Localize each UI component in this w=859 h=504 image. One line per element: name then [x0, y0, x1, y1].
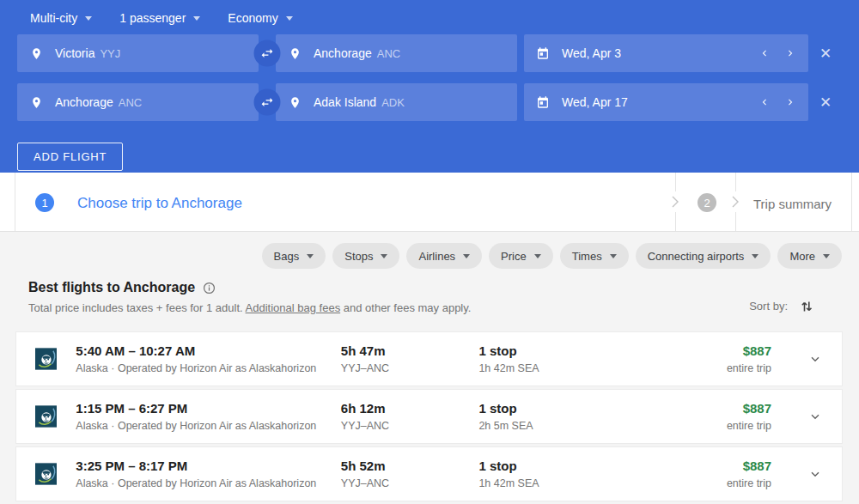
results-title-row: Best flights to Anchorage: [28, 280, 831, 295]
alaska-airlines-logo: [35, 463, 57, 485]
step-separator-chevron-icon: [731, 191, 740, 212]
filter-bags[interactable]: Bags: [262, 243, 326, 269]
origin-city: Anchorage: [55, 95, 113, 109]
expand-chevron-icon[interactable]: [808, 467, 822, 481]
filter-label: Stops: [344, 250, 373, 263]
step-1-circle: 1: [35, 193, 54, 212]
date-field-1[interactable]: Wed, Apr 3: [524, 34, 808, 72]
divider: [15, 173, 15, 231]
flight-leg-rows: Victoria YYJ Anchorage ANC Wed, Apr 3: [17, 34, 859, 121]
divider: [851, 173, 852, 231]
flight-result-row[interactable]: 1:15 PM – 6:27 PM Alaska · Operated by H…: [15, 389, 843, 444]
swap-airports-button[interactable]: [254, 40, 281, 67]
flight-times: 5:40 AM – 10:27 AM: [76, 343, 341, 358]
dropdown-arrow-icon: [193, 16, 200, 21]
flight-times: 3:25 PM – 8:17 PM: [76, 458, 341, 473]
origin-city: Victoria: [55, 46, 94, 60]
date-value: Wed, Apr 17: [562, 95, 628, 109]
filter-connecting-airports[interactable]: Connecting airports: [636, 243, 771, 269]
times-column: 3:25 PM – 8:17 PM Alaska · Operated by H…: [76, 458, 341, 489]
next-date-button[interactable]: [784, 47, 796, 59]
flight-leg-row-2: Anchorage ANC Adak Island ADK Wed, Apr: [17, 83, 859, 121]
flight-stops: 1 stop: [478, 343, 671, 358]
dropdown-arrow-icon: [534, 254, 541, 258]
filter-stops[interactable]: Stops: [332, 243, 399, 269]
sort-icon[interactable]: [800, 299, 813, 313]
results-section: Bags Stops Airlines Price Times Connecti…: [0, 232, 859, 504]
flight-airline: Alaska · Operated by Horizon Air as Alas…: [76, 477, 341, 489]
add-flight-button[interactable]: ADD FLIGHT: [17, 143, 123, 171]
swap-gap: [259, 34, 276, 72]
location-pin-icon: [30, 96, 43, 109]
date-value: Wed, Apr 3: [562, 46, 621, 60]
search-header: Multi-city 1 passenger Economy Victoria …: [0, 0, 859, 173]
expand-chevron-icon[interactable]: [808, 410, 822, 423]
dropdown-arrow-icon: [752, 254, 758, 258]
dropdown-arrow-icon: [85, 16, 92, 21]
stops-column: 1 stop 1h 42m SEA: [478, 343, 671, 374]
remove-flight-button[interactable]: ✕: [808, 94, 843, 112]
flight-price: $887: [671, 458, 771, 473]
origin-code: YYJ: [100, 47, 120, 60]
origin-field-1[interactable]: Victoria YYJ: [17, 34, 259, 72]
dropdown-arrow-icon: [823, 254, 830, 258]
swap-gap: [259, 83, 276, 121]
passengers-value: 1 passenger: [119, 11, 186, 25]
flight-route: YYJ–ANC: [341, 477, 479, 489]
dropdown-arrow-icon: [463, 254, 470, 258]
filter-more[interactable]: More: [777, 243, 842, 269]
filter-label: Price: [501, 250, 527, 263]
date-nav: [758, 96, 796, 108]
price-column: $887 entire trip: [671, 458, 771, 489]
results-title: Best flights to Anchorage: [28, 280, 195, 295]
filter-label: Bags: [274, 250, 300, 263]
prev-date-button[interactable]: [758, 96, 771, 108]
flight-result-row[interactable]: 3:25 PM – 8:17 PM Alaska · Operated by H…: [15, 446, 843, 501]
flight-duration: 5h 47m: [341, 343, 479, 358]
flight-results-list: 5:40 AM – 10:27 AM Alaska · Operated by …: [15, 331, 843, 501]
flight-stops: 1 stop: [478, 458, 671, 473]
stops-column: 1 stop 1h 42m SEA: [478, 458, 671, 489]
prev-date-button[interactable]: [758, 47, 771, 59]
step-2-label: Trip summary: [753, 197, 832, 211]
times-column: 1:15 PM – 6:27 PM Alaska · Operated by H…: [76, 401, 341, 432]
trip-type-dropdown[interactable]: Multi-city: [30, 11, 92, 25]
filter-label: More: [789, 250, 815, 263]
info-icon[interactable]: [203, 282, 216, 295]
price-column: $887 entire trip: [671, 343, 771, 374]
flight-result-row[interactable]: 5:40 AM – 10:27 AM Alaska · Operated by …: [15, 331, 843, 386]
additional-bag-fees-link[interactable]: Additional bag fees: [246, 301, 341, 314]
remove-flight-button[interactable]: ✕: [808, 45, 843, 63]
expand-chevron-icon[interactable]: [808, 352, 822, 366]
flight-layover: 2h 5m SEA: [478, 420, 671, 432]
price-note: entire trip: [671, 477, 771, 489]
passengers-dropdown[interactable]: 1 passenger: [119, 11, 200, 25]
times-column: 5:40 AM – 10:27 AM Alaska · Operated by …: [76, 343, 341, 374]
flight-leg-row-1: Victoria YYJ Anchorage ANC Wed, Apr 3: [17, 34, 859, 72]
subtitle-text: Total price includes taxes + fees for 1 …: [28, 301, 246, 314]
filter-bar: Bags Stops Airlines Price Times Connecti…: [0, 243, 842, 269]
subtitle-text: and other fees may apply.: [340, 301, 471, 314]
flight-duration: 6h 12m: [341, 401, 479, 416]
cabin-class-dropdown[interactable]: Economy: [228, 11, 292, 25]
flight-price: $887: [671, 343, 771, 358]
filter-price[interactable]: Price: [489, 243, 553, 269]
step-1-label[interactable]: Choose trip to Anchorage: [77, 195, 242, 212]
filter-airlines[interactable]: Airlines: [406, 243, 482, 269]
origin-field-2[interactable]: Anchorage ANC: [17, 83, 259, 121]
location-pin-icon: [30, 47, 43, 60]
step-navigation: 1 Choose trip to Anchorage 2 Trip summar…: [0, 173, 859, 232]
price-note: entire trip: [671, 362, 771, 374]
location-pin-icon: [289, 47, 302, 60]
filter-times[interactable]: Times: [560, 243, 629, 269]
price-note: entire trip: [671, 420, 771, 432]
destination-field-1[interactable]: Anchorage ANC: [276, 34, 517, 72]
destination-field-2[interactable]: Adak Island ADK: [276, 83, 517, 121]
date-field-2[interactable]: Wed, Apr 17: [524, 83, 808, 121]
destination-city: Adak Island: [314, 95, 376, 109]
swap-airports-button[interactable]: [254, 89, 281, 116]
search-options-bar: Multi-city 1 passenger Economy: [0, 0, 859, 25]
next-date-button[interactable]: [784, 96, 796, 108]
flight-times: 1:15 PM – 6:27 PM: [76, 401, 341, 416]
calendar-icon: [536, 95, 550, 109]
